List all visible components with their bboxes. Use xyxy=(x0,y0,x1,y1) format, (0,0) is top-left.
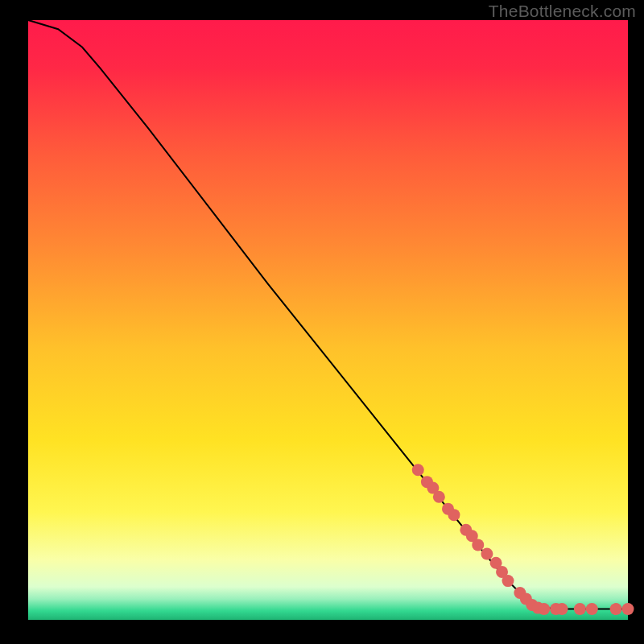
marker-dot xyxy=(610,603,622,615)
marker-dot xyxy=(538,603,550,615)
chart-svg xyxy=(0,0,644,644)
marker-dot xyxy=(502,575,514,587)
plot-background xyxy=(28,20,628,620)
marker-dot xyxy=(574,603,586,615)
marker-dot xyxy=(412,464,424,476)
marker-dot xyxy=(433,491,445,503)
marker-dot xyxy=(481,548,493,560)
marker-dot xyxy=(586,603,598,615)
marker-dot xyxy=(556,603,568,615)
watermark-text: TheBottleneck.com xyxy=(489,2,636,21)
marker-dot xyxy=(622,603,634,615)
chart-stage: TheBottleneck.com xyxy=(0,0,644,644)
marker-dot xyxy=(448,509,460,521)
marker-dot xyxy=(472,539,484,551)
